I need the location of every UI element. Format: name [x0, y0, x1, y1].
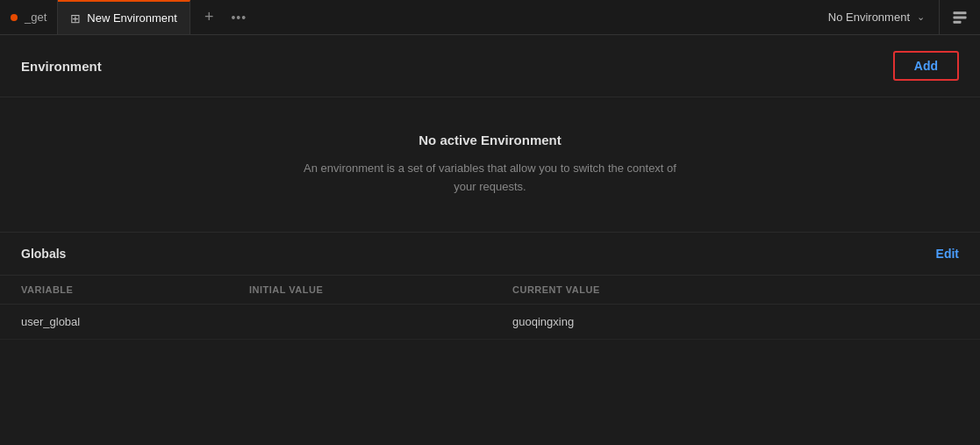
- environment-section-title: Environment: [21, 59, 102, 74]
- col-header-variable: VARIABLE: [21, 284, 249, 295]
- active-tab[interactable]: ⊞ New Environment: [58, 0, 190, 34]
- col-header-initial-value: INITIAL VALUE: [249, 284, 512, 295]
- unsaved-dot: [11, 14, 18, 21]
- col-header-current-value: CURRENT VALUE: [512, 284, 959, 295]
- globals-section: Globals Edit VARIABLE INITIAL VALUE CURR…: [0, 233, 980, 340]
- tab-controls: + •••: [190, 0, 261, 34]
- no-environment-section: No active Environment An environment is …: [0, 97, 980, 233]
- no-env-title: No active Environment: [18, 133, 962, 147]
- svg-rect-2: [954, 20, 962, 23]
- add-environment-button[interactable]: Add: [893, 51, 959, 81]
- main-content: Environment Add No active Environment An…: [0, 35, 980, 445]
- no-env-description: An environment is a set of variables tha…: [297, 160, 683, 197]
- table-header-row: VARIABLE INITIAL VALUE CURRENT VALUE: [0, 276, 980, 305]
- chevron-down-icon: ⌄: [917, 11, 925, 23]
- cell-initial-value: [249, 315, 512, 328]
- globals-table: VARIABLE INITIAL VALUE CURRENT VALUE use…: [0, 276, 980, 340]
- edit-globals-button[interactable]: Edit: [936, 247, 959, 261]
- globals-header: Globals Edit: [0, 233, 980, 276]
- tab-bar: _get ⊞ New Environment + ••• No Environm…: [0, 0, 980, 35]
- more-tabs-button[interactable]: •••: [225, 7, 252, 28]
- table-row: user_global guoqingxing: [0, 305, 980, 340]
- tab-bar-right: No Environment ⌄: [814, 0, 980, 34]
- cell-variable: user_global: [21, 315, 249, 328]
- env-selector-label: No Environment: [828, 11, 910, 24]
- environment-manager-button[interactable]: [939, 0, 980, 34]
- environment-header: Environment Add: [0, 35, 980, 97]
- environment-selector[interactable]: No Environment ⌄: [814, 11, 939, 24]
- active-tab-label: New Environment: [87, 11, 177, 25]
- left-tab[interactable]: _get: [0, 0, 58, 34]
- left-tab-label: _get: [25, 11, 46, 24]
- cell-current-value: guoqingxing: [512, 315, 959, 328]
- add-tab-button[interactable]: +: [199, 4, 219, 30]
- environment-icon: [952, 10, 968, 25]
- svg-rect-0: [954, 11, 967, 14]
- svg-rect-1: [954, 16, 967, 18]
- tab-env-icon: ⊞: [70, 11, 81, 25]
- globals-title: Globals: [21, 247, 66, 261]
